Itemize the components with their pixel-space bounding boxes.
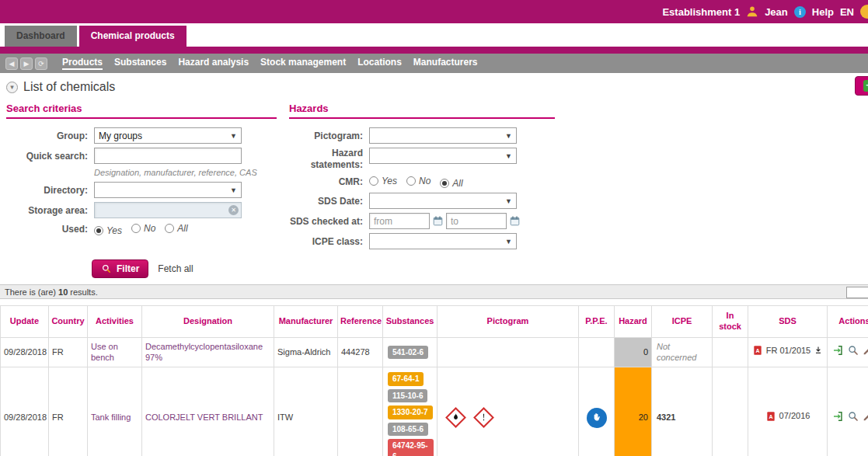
column-header-designation[interactable]: Designation — [142, 306, 274, 338]
column-header-reference[interactable]: Reference — [338, 306, 383, 338]
filter-button[interactable]: Filter — [92, 259, 148, 278]
chevron-down-icon: ▼ — [230, 186, 237, 194]
cas-badge[interactable]: 108-65-6 — [388, 423, 428, 437]
calendar-icon[interactable] — [509, 215, 521, 227]
column-header-icpe[interactable]: ICPE — [652, 306, 713, 338]
used-option-all[interactable]: All — [165, 223, 187, 234]
nav-item-stock-management[interactable]: Stock management — [260, 57, 346, 70]
pdf-icon[interactable]: A — [752, 344, 763, 357]
view-action-icon[interactable] — [847, 344, 859, 357]
radio-icon[interactable] — [165, 224, 174, 233]
radio-icon[interactable] — [94, 226, 103, 235]
open-action-icon[interactable] — [832, 344, 845, 357]
nav-item-hazard-analysis[interactable]: Hazard analysis — [178, 57, 249, 70]
cell-country: FR — [49, 337, 88, 367]
column-header-pictogram[interactable]: Pictogram — [437, 306, 579, 338]
cmr-option-no[interactable]: No — [406, 176, 431, 186]
page-size-select[interactable] — [846, 287, 868, 298]
column-header-hazard[interactable]: Hazard — [615, 306, 652, 338]
tab-dashboard[interactable]: Dashboard — [5, 26, 77, 47]
radio-icon[interactable] — [131, 224, 141, 233]
radio-label: Yes — [106, 225, 122, 236]
sds-date-select[interactable]: ▼ — [369, 193, 517, 209]
pdf-icon[interactable]: A — [765, 410, 776, 423]
column-header-update[interactable]: Update — [1, 306, 49, 338]
cas-badge[interactable]: 115-10-6 — [388, 389, 427, 403]
tab-chemical-products[interactable]: Chemical products — [79, 26, 186, 47]
sds-checked-to-input[interactable] — [446, 213, 507, 229]
column-header-p-p-e[interactable]: P.P.E. — [579, 306, 615, 338]
user-name[interactable]: Jean — [765, 6, 788, 18]
chevron-down-icon: ▼ — [230, 132, 237, 140]
filter-panels: Search criterias Group: My groups ▼ Quic… — [0, 98, 868, 253]
directory-select[interactable]: ▼ — [94, 182, 242, 198]
cell-manufacturer: ITW — [274, 367, 338, 456]
create-button[interactable]: + C — [855, 76, 868, 96]
group-select[interactable]: My groups ▼ — [94, 127, 242, 144]
sds-label: FR 01/2015 — [766, 345, 810, 357]
nav-item-substances[interactable]: Substances — [114, 57, 166, 70]
group-label: Group: — [6, 131, 88, 141]
icpe-class-select[interactable]: ▼ — [369, 233, 517, 249]
logout-icon[interactable] — [860, 5, 868, 19]
nav-items: ProductsSubstancesHazard analysisStock m… — [62, 57, 478, 70]
column-header-activities[interactable]: Activities — [88, 306, 142, 338]
view-action-icon[interactable] — [847, 410, 859, 423]
establishment-label[interactable]: Establishment 1 — [662, 6, 740, 18]
page-title: List of chemicals — [23, 80, 115, 94]
column-header-country[interactable]: Country — [49, 306, 88, 338]
cmr-option-yes[interactable]: Yes — [369, 176, 397, 186]
table-header-row: UpdateCountryActivitiesDesignationManufa… — [1, 306, 868, 338]
nav-item-manufacturers[interactable]: Manufacturers — [413, 57, 478, 70]
radio-icon[interactable] — [440, 179, 449, 188]
open-action-icon[interactable] — [832, 410, 845, 423]
column-header-actions[interactable]: Actions — [828, 306, 868, 338]
radio-icon[interactable] — [406, 176, 416, 186]
download-icon[interactable] — [814, 346, 823, 355]
used-label: Used: — [6, 224, 88, 235]
cell-designation[interactable]: Decamethylcyclopentasiloxane 97% — [142, 337, 274, 367]
cmr-option-all[interactable]: All — [440, 178, 462, 189]
top-bar: Establishment 1 Jean i Help EN — [0, 0, 868, 23]
quick-search-input[interactable] — [94, 148, 242, 164]
nav-back-icon[interactable]: ◀ — [5, 57, 18, 70]
cell-sds: AFR 01/2015 — [748, 337, 828, 367]
cas-badge[interactable]: 67-64-1 — [388, 372, 424, 386]
hazard-statements-select[interactable]: ▼ — [369, 148, 517, 164]
clear-icon[interactable]: ✕ — [228, 205, 239, 215]
tab-bar: DashboardChemical products — [0, 23, 868, 47]
column-header-sds[interactable]: SDS — [748, 306, 828, 338]
help-icon[interactable]: i — [794, 6, 806, 18]
cell-update: 09/28/2018 — [1, 367, 49, 456]
radio-label: Yes — [382, 176, 397, 186]
used-option-yes[interactable]: Yes — [94, 225, 122, 236]
nav-refresh-icon[interactable]: ⟳ — [35, 57, 47, 70]
pictogram-select[interactable]: ▼ — [369, 127, 517, 144]
cell-designation[interactable]: COLORJELT VERT BRILLANT — [142, 367, 274, 456]
column-header-substances[interactable]: Substances — [383, 306, 437, 338]
sds-checked-from-input[interactable] — [369, 213, 430, 229]
column-header-manufacturer[interactable]: Manufacturer — [274, 306, 338, 338]
help-link[interactable]: Help — [812, 6, 834, 18]
edit-action-icon[interactable] — [862, 410, 868, 423]
radio-icon[interactable] — [369, 176, 378, 186]
edit-action-icon[interactable] — [862, 344, 868, 357]
storage-area-input[interactable] — [94, 202, 242, 218]
cas-badge[interactable]: 64742-95-6 — [388, 439, 434, 456]
fetch-all-link[interactable]: Fetch all — [158, 263, 193, 274]
quick-search-hint: Designation, manufacturer, reference, CA… — [94, 168, 277, 177]
results-count: 10 — [58, 287, 68, 297]
cas-badge[interactable]: 541-02-6 — [388, 346, 428, 360]
nav-item-products[interactable]: Products — [62, 57, 103, 70]
filter-button-label: Filter — [117, 263, 139, 274]
calendar-icon[interactable] — [432, 215, 444, 227]
cell-pictogram — [437, 367, 579, 456]
column-header-in-stock[interactable]: In stock — [713, 306, 748, 338]
language-label[interactable]: EN — [840, 6, 854, 18]
cas-badge[interactable]: 1330-20-7 — [388, 406, 433, 419]
ppe-icon[interactable] — [587, 408, 607, 428]
used-option-no[interactable]: No — [131, 223, 155, 234]
nav-forward-icon[interactable]: ▶ — [20, 57, 33, 70]
collapse-icon[interactable]: ▾ — [6, 82, 18, 93]
nav-item-locations[interactable]: Locations — [357, 57, 402, 70]
